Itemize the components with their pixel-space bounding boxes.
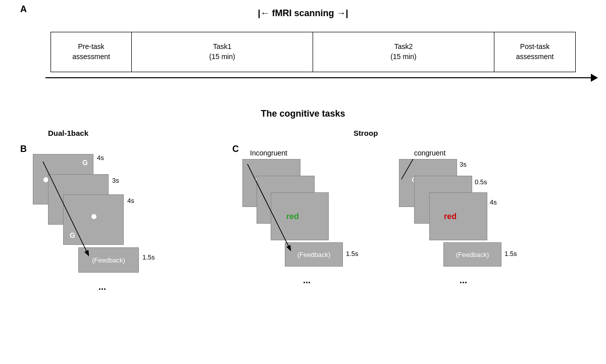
timeline-boxes: Pre-task assessment Task1 (15 min) Task2… bbox=[50, 32, 576, 72]
arrow-line bbox=[45, 77, 596, 78]
posttask-box: Post-task assessment bbox=[494, 32, 575, 72]
pretask-line1: Pre-task bbox=[78, 42, 104, 52]
pretask-box: Pre-task assessment bbox=[51, 32, 132, 72]
dual-feedback-time: 1.5s bbox=[142, 253, 155, 261]
task2-line2: (15 min) bbox=[390, 52, 416, 62]
stroop-con-word: red bbox=[444, 212, 457, 221]
stroop-con-time-3: 4s bbox=[490, 198, 497, 206]
label-b: B bbox=[20, 144, 27, 154]
task1-line2: (15 min) bbox=[209, 52, 235, 62]
stroop-con-time-2: 0.5s bbox=[475, 178, 487, 186]
task1-box: Task1 (15 min) bbox=[132, 32, 313, 72]
dual-ellipsis: ... bbox=[98, 282, 106, 292]
stroop-inc-arrow bbox=[240, 157, 303, 255]
stroop-label: Stroop bbox=[354, 129, 378, 137]
stroop-con-ellipsis: ... bbox=[460, 275, 467, 286]
stroop-con-feedback: (Feedback) bbox=[443, 242, 501, 267]
dual-diagonal-arrow bbox=[33, 151, 98, 263]
label-c: C bbox=[232, 144, 239, 154]
svg-line-4 bbox=[401, 159, 413, 179]
label-a: A bbox=[20, 4, 27, 15]
dual-time-2: 3s bbox=[112, 177, 119, 184]
task1-line1: Task1 bbox=[213, 42, 232, 52]
posttask-line2: assessment bbox=[516, 52, 554, 62]
dual-1back-label: Dual-1back bbox=[48, 129, 88, 137]
stroop-con-arrow-stub bbox=[399, 157, 414, 182]
svg-line-1 bbox=[43, 162, 88, 255]
task2-line1: Task2 bbox=[394, 42, 413, 52]
section-a: A |← fMRI scanning →| Pre-task assessmen… bbox=[20, 4, 586, 82]
stroop-inc-ellipsis: ... bbox=[303, 275, 311, 286]
cognitive-tasks-label: The cognitive tasks bbox=[261, 109, 345, 119]
incongruent-label: Incongruent bbox=[250, 149, 287, 157]
stroop-con-feedback-time: 1.5s bbox=[504, 250, 517, 257]
fmri-scanning-label: |← fMRI scanning →| bbox=[258, 8, 348, 19]
arrow-head bbox=[591, 74, 598, 82]
timeline-arrow-row bbox=[50, 72, 576, 82]
stroop-con-feedback-text: (Feedback) bbox=[456, 251, 489, 258]
stroop-inc-feedback-time: 1.5s bbox=[346, 250, 359, 257]
posttask-line1: Post-task bbox=[520, 42, 549, 52]
dual-time-3: 4s bbox=[127, 197, 134, 204]
stroop-con-time-1: 3s bbox=[460, 161, 467, 168]
congruent-label: congruent bbox=[414, 149, 445, 157]
stroop-con-card-3: red bbox=[429, 192, 487, 240]
pretask-line2: assessment bbox=[72, 52, 110, 62]
timeline-container: Pre-task assessment Task1 (15 min) Task2… bbox=[50, 32, 576, 82]
task2-box: Task2 (15 min) bbox=[313, 32, 494, 72]
svg-line-3 bbox=[247, 164, 290, 250]
